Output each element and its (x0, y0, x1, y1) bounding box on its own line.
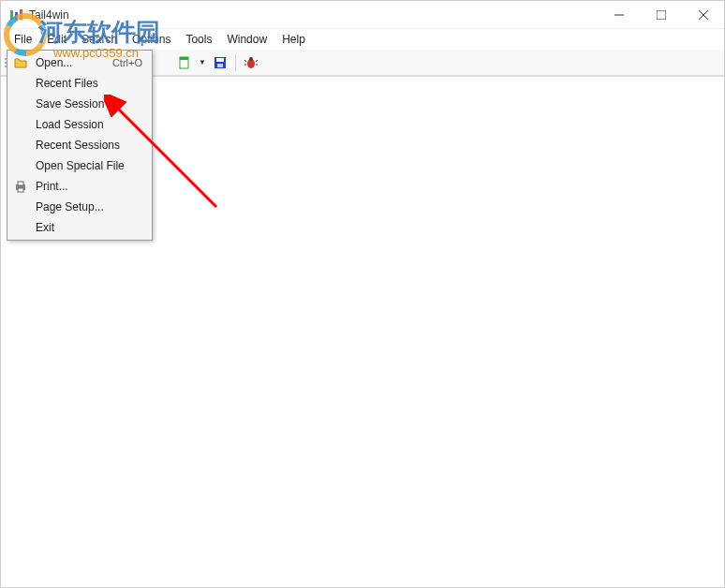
toolbar-separator (235, 54, 236, 71)
menu-help[interactable]: Help (274, 31, 313, 48)
window-title: Tail4win (29, 8, 69, 22)
menu-item-label: Save Session (32, 97, 150, 110)
toolbar-document-dropdown[interactable]: ▼ (197, 58, 208, 66)
app-icon (8, 7, 23, 22)
menu-item-recent-sessions[interactable]: Recent Sessions (9, 135, 150, 155)
menu-edit[interactable]: Edit (39, 31, 74, 48)
menu-item-label: Print... (32, 180, 150, 193)
menu-window[interactable]: Window (219, 31, 274, 48)
menu-item-label: Page Setup... (32, 200, 150, 213)
menu-options[interactable]: Options (125, 31, 178, 48)
menu-item-open-special[interactable]: Open Special File (9, 155, 150, 176)
menu-item-print[interactable]: Print... (9, 176, 150, 197)
menu-tools[interactable]: Tools (178, 31, 219, 48)
menu-item-label: Open... (32, 56, 112, 69)
menu-item-label: Load Session (32, 118, 150, 131)
menu-item-shortcut: Ctrl+O (112, 57, 150, 68)
maximize-button[interactable] (640, 1, 682, 29)
open-icon (9, 55, 32, 70)
titlebar: Tail4win (1, 1, 724, 29)
svg-rect-11 (217, 64, 223, 67)
svg-rect-8 (180, 57, 188, 60)
svg-rect-0 (10, 10, 13, 20)
menu-item-label: Recent Sessions (32, 139, 150, 152)
menu-item-load-session[interactable]: Load Session (9, 114, 150, 135)
svg-rect-1 (15, 12, 18, 20)
menu-item-label: Recent Files (32, 77, 150, 90)
menu-item-exit[interactable]: Exit (9, 217, 150, 238)
window-controls (598, 1, 724, 29)
menu-file[interactable]: File (7, 31, 39, 48)
minimize-button[interactable] (598, 1, 640, 29)
svg-rect-20 (18, 188, 23, 192)
svg-rect-4 (657, 10, 666, 20)
svg-rect-19 (18, 182, 23, 185)
menu-item-open[interactable]: Open... Ctrl+O (9, 52, 150, 73)
svg-rect-10 (216, 58, 224, 62)
close-button[interactable] (682, 1, 724, 29)
title-left: Tail4win (8, 7, 69, 22)
menu-item-label: Open Special File (32, 159, 150, 172)
svg-line-14 (244, 60, 246, 62)
toolbar-save-icon[interactable] (210, 52, 230, 73)
toolbar-bug-icon[interactable] (241, 52, 261, 73)
file-dropdown-menu: Open... Ctrl+O Recent Files Save Session… (7, 50, 153, 241)
print-icon (9, 179, 32, 194)
menubar: File Edit Search Options Tools Window He… (1, 29, 724, 50)
toolbar-document-icon[interactable] (174, 52, 195, 73)
menu-item-page-setup[interactable]: Page Setup... (9, 197, 150, 217)
menu-search[interactable]: Search (74, 31, 125, 48)
svg-line-15 (256, 60, 258, 62)
svg-rect-2 (20, 9, 22, 20)
svg-point-13 (249, 57, 253, 61)
menu-item-save-session[interactable]: Save Session (9, 94, 150, 114)
menu-item-recent-files[interactable]: Recent Files (9, 73, 150, 94)
menu-item-label: Exit (32, 221, 150, 234)
